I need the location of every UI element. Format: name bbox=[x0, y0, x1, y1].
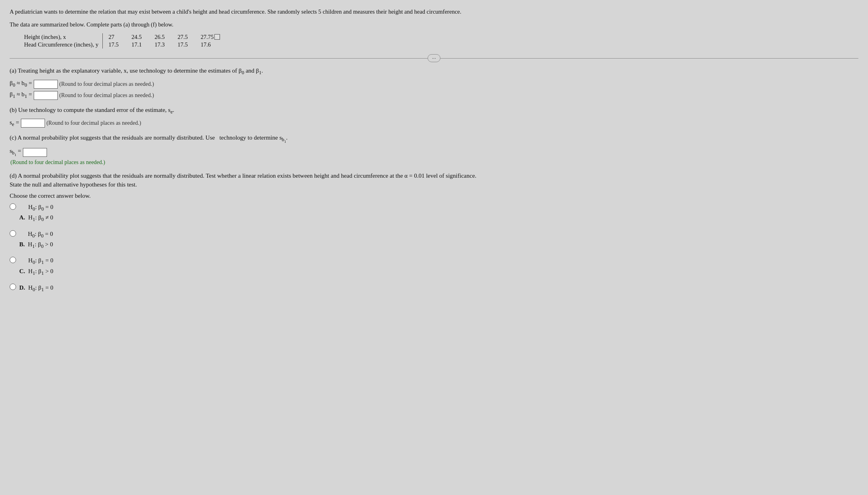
height-val-3: 26.5 bbox=[149, 33, 172, 41]
height-val-2: 24.5 bbox=[126, 33, 149, 41]
radio-option-b[interactable]: B. H0: β0 = 0 H1: β0 > 0 bbox=[10, 229, 858, 251]
data-table: Height (inches), x 27 24.5 26.5 27.5 27.… bbox=[24, 33, 227, 49]
divider-row: ··· bbox=[10, 54, 858, 62]
radio-d-label: D. H0: β1 = 0 bbox=[19, 283, 53, 294]
height-val-4: 27.5 bbox=[172, 33, 195, 41]
intro-line2: The data are summarized below. Complete … bbox=[10, 20, 858, 29]
option-c-letter: C. bbox=[19, 268, 25, 274]
part-c-label: (c) A normal probability plot suggests t… bbox=[10, 133, 858, 144]
height-val-1: 27 bbox=[103, 33, 126, 41]
part-d-section: (d) A normal probability plot suggests t… bbox=[10, 171, 858, 294]
radio-option-a[interactable]: A. H0: β0 = 0 H1: β0 ≠ 0 bbox=[10, 203, 858, 224]
circ-val-4: 17.5 bbox=[172, 41, 195, 49]
circ-val-2: 17.1 bbox=[126, 41, 149, 49]
option-b-h0: H0: β0 = 0 bbox=[28, 229, 53, 240]
expand-icon[interactable]: ⬜ bbox=[214, 34, 220, 40]
option-c-h1: H1: β1 > 0 bbox=[28, 267, 53, 277]
se-field[interactable] bbox=[21, 119, 45, 127]
circ-val-1: 17.5 bbox=[103, 41, 126, 49]
beta0-prefix: β0 ≈ b0 = bbox=[10, 80, 32, 88]
option-c-hypotheses: H0: β1 = 0 H1: β1 > 0 bbox=[28, 256, 53, 277]
part-a-section: (a) Treating height as the explanatory v… bbox=[10, 66, 858, 100]
height-label: Height (inches), x bbox=[24, 33, 103, 41]
sb1-note: (Round to four decimal places as needed.… bbox=[10, 159, 858, 166]
intro-line1: A pediatrician wants to determine the re… bbox=[10, 7, 858, 16]
option-b-letter: B. bbox=[19, 241, 25, 248]
beta1-input-line: β1 ≈ b1 = (Round to four decimal places … bbox=[10, 91, 858, 100]
beta0-field[interactable] bbox=[34, 80, 57, 88]
beta1-note: (Round to four decimal places as needed.… bbox=[59, 92, 154, 99]
beta0-note: (Round to four decimal places as needed.… bbox=[59, 81, 154, 87]
beta0-input-box[interactable] bbox=[34, 80, 58, 89]
part-d-label: (d) A normal probability plot suggests t… bbox=[10, 171, 858, 189]
divider-button[interactable]: ··· bbox=[428, 54, 440, 62]
option-a-h1: H1: β0 ≠ 0 bbox=[28, 213, 53, 223]
option-b-h1: H1: β0 > 0 bbox=[28, 240, 53, 250]
part-c-section: (c) A normal probability plot suggests t… bbox=[10, 133, 858, 166]
radio-c-circle[interactable] bbox=[10, 257, 16, 263]
radio-c-label: C. H0: β1 = 0 H1: β1 > 0 bbox=[19, 256, 53, 277]
sb1-input-box[interactable] bbox=[23, 148, 47, 157]
table-row-height: Height (inches), x 27 24.5 26.5 27.5 27.… bbox=[24, 33, 227, 41]
option-a-hypotheses: H0: β0 = 0 H1: β0 ≠ 0 bbox=[28, 203, 53, 224]
radio-group: A. H0: β0 = 0 H1: β0 ≠ 0 B. H0: β0 = 0 H… bbox=[10, 203, 858, 294]
sb1-field[interactable] bbox=[23, 148, 47, 156]
part-a-label: (a) Treating height as the explanatory v… bbox=[10, 66, 858, 77]
radio-option-d[interactable]: D. H0: β1 = 0 bbox=[10, 283, 858, 294]
radio-a-circle[interactable] bbox=[10, 203, 16, 210]
height-val-5: 27.75 ⬜ bbox=[195, 33, 228, 41]
circ-val-3: 17.3 bbox=[149, 41, 172, 49]
option-d-h0: H0: β1 = 0 bbox=[28, 283, 53, 294]
radio-b-label: B. H0: β0 = 0 H1: β0 > 0 bbox=[19, 229, 53, 251]
sb1-input-line: sb1 = bbox=[10, 148, 858, 157]
se-input-line: se = (Round to four decimal places as ne… bbox=[10, 119, 858, 128]
beta1-field[interactable] bbox=[34, 91, 57, 99]
option-a-h0: H0: β0 = 0 bbox=[28, 203, 53, 213]
beta1-prefix: β1 ≈ b1 = bbox=[10, 91, 32, 99]
se-input-box[interactable] bbox=[21, 119, 45, 128]
beta0-input-line: β0 ≈ b0 = (Round to four decimal places … bbox=[10, 80, 858, 89]
radio-option-c[interactable]: C. H0: β1 = 0 H1: β1 > 0 bbox=[10, 256, 858, 277]
option-a-letter: A. bbox=[19, 214, 25, 221]
intro-section: A pediatrician wants to determine the re… bbox=[10, 7, 858, 49]
table-row-circumference: Head Circumference (inches), y 17.5 17.1… bbox=[24, 41, 227, 49]
beta1-input-box[interactable] bbox=[34, 91, 58, 100]
part-b-section: (b) Use technology to compute the standa… bbox=[10, 105, 858, 128]
se-prefix: se = bbox=[10, 119, 19, 128]
radio-d-circle[interactable] bbox=[10, 284, 16, 290]
option-d-letter: D. bbox=[19, 284, 25, 291]
option-c-h0: H0: β1 = 0 bbox=[28, 256, 53, 266]
circumference-label: Head Circumference (inches), y bbox=[24, 41, 103, 49]
radio-b-circle[interactable] bbox=[10, 230, 16, 237]
circ-val-5: 17.6 bbox=[195, 41, 228, 49]
radio-a-label: A. H0: β0 = 0 H1: β0 ≠ 0 bbox=[19, 203, 53, 224]
sb1-prefix: sb1 = bbox=[10, 148, 21, 157]
choose-text: Choose the correct answer below. bbox=[10, 193, 858, 199]
part-b-label: (b) Use technology to compute the standa… bbox=[10, 105, 858, 116]
se-note: (Round to four decimal places as needed.… bbox=[47, 120, 141, 126]
option-b-hypotheses: H0: β0 = 0 H1: β0 > 0 bbox=[28, 229, 53, 251]
option-d-hypotheses: H0: β1 = 0 bbox=[28, 283, 53, 294]
